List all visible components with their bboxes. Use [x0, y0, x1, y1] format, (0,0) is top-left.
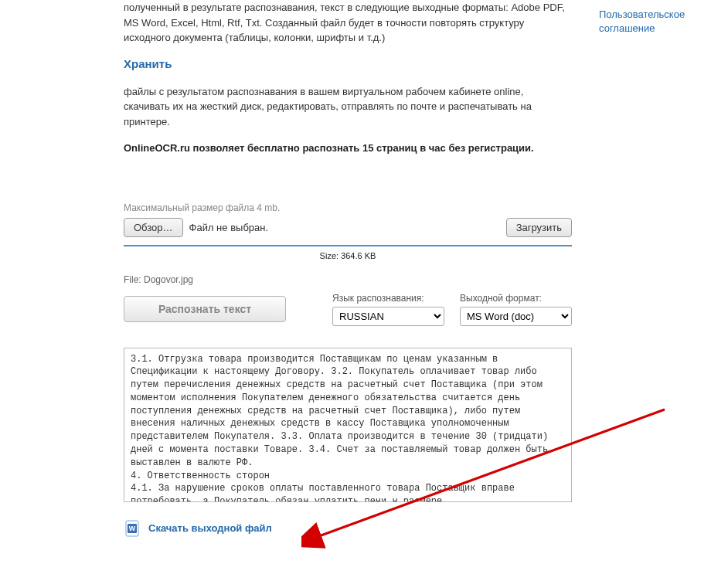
download-link[interactable]: Скачать выходной файл	[148, 522, 272, 534]
recognize-button[interactable]: Распознать текст	[124, 296, 286, 322]
svg-text:W: W	[129, 525, 136, 532]
main-content: полученный в результате распознавания, т…	[124, 0, 572, 537]
upload-button[interactable]: Загрузить	[506, 218, 572, 237]
uploaded-size: Size: 364.6 KB	[124, 251, 572, 260]
file-chosen-label: Файл не выбран.	[189, 222, 269, 233]
recognize-row: Распознать текст Язык распознавания: RUS…	[124, 293, 572, 326]
user-agreement-link[interactable]: Пользовательское соглашение	[599, 8, 685, 34]
convert-description: полученный в результате распознавания, т…	[124, 0, 572, 46]
upload-section: Максимальный размер файла 4 mb. Обзор… Ф…	[124, 202, 572, 537]
result-textarea[interactable]	[124, 348, 572, 502]
progress-bar	[124, 245, 572, 246]
uploaded-filename: File: Dogovor.jpg	[124, 274, 572, 285]
word-doc-icon: W	[124, 520, 141, 537]
format-select[interactable]: MS Word (doc)	[460, 307, 572, 326]
free-limit-text: OnlineOCR.ru позволяет бесплатно распозн…	[124, 141, 572, 156]
max-size-label: Максимальный размер файла 4 mb.	[124, 202, 572, 213]
sidebar: Пользовательское соглашение	[599, 8, 715, 36]
browse-button[interactable]: Обзор…	[124, 218, 183, 237]
language-group: Язык распознавания: RUSSIAN	[332, 293, 444, 326]
store-description: файлы с результатом распознавания в ваше…	[124, 84, 572, 130]
store-heading: Хранить	[124, 57, 572, 70]
language-select[interactable]: RUSSIAN	[332, 307, 444, 326]
language-label: Язык распознавания:	[332, 293, 444, 304]
upload-row: Обзор… Файл не выбран. Загрузить	[124, 218, 572, 237]
format-label: Выходной формат:	[460, 293, 572, 304]
format-group: Выходной формат: MS Word (doc)	[460, 293, 572, 326]
download-row: W Скачать выходной файл	[124, 520, 572, 537]
